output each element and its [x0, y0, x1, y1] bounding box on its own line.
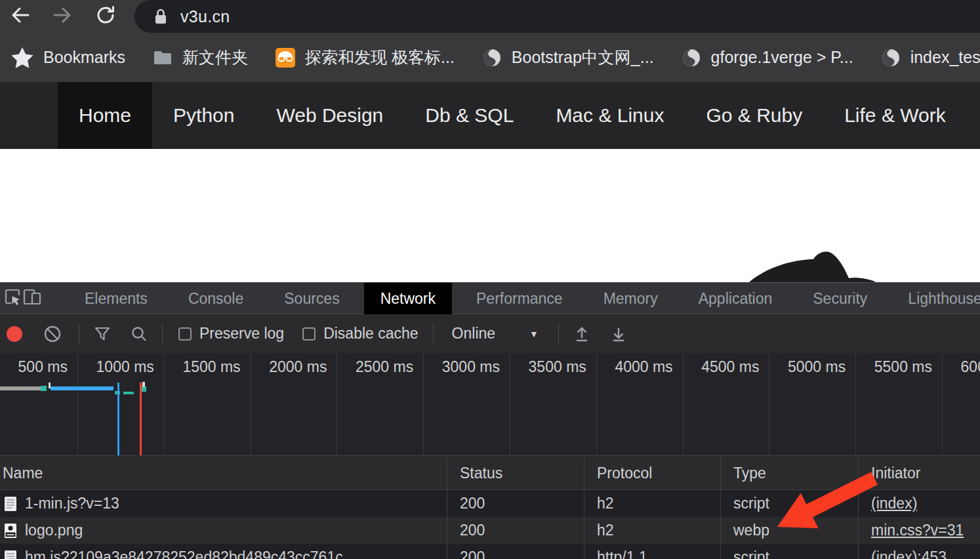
devtools-tab-console[interactable]: Console — [172, 283, 260, 314]
disable-cache-checkbox[interactable] — [302, 327, 316, 341]
address-bar[interactable]: v3u.cn — [134, 0, 980, 33]
request-name: logo.png — [25, 517, 83, 544]
network-overview-timeline[interactable]: 500 ms1000 ms1500 ms2000 ms2500 ms3000 m… — [0, 353, 980, 456]
column-header-protocol[interactable]: Protocol — [584, 456, 720, 490]
bookmark-label: Bootstrap中文网_... — [512, 47, 654, 68]
devtools-tab-memory[interactable]: Memory — [587, 283, 674, 314]
bookmark-label: index_test — [910, 48, 980, 67]
cell-protocol: h2 — [584, 517, 720, 544]
column-header-name[interactable]: Name — [0, 456, 447, 490]
bookmark-item[interactable]: Bootstrap中文网_... — [482, 47, 654, 68]
forward-button[interactable] — [51, 5, 73, 28]
timeline-grid-column: 5000 ms — [769, 353, 856, 456]
network-toolbar: Preserve log Disable cache Online ▼ — [0, 314, 980, 353]
nav-item-res[interactable]: Res — [967, 82, 980, 149]
timeline-grid-column: 3500 ms — [510, 353, 597, 456]
devtools-tab-security[interactable]: Security — [796, 283, 884, 314]
request-row[interactable]: logo.png200h2webpmin.css?v=31 — [0, 517, 980, 544]
nav-item-python[interactable]: Python — [152, 82, 255, 149]
inspect-cursor-icon — [3, 287, 22, 310]
reload-icon — [95, 5, 116, 28]
browser-window: v3u.cn Bookmarks 新文件夹探索和发现 极客标...Bootstr… — [0, 0, 980, 559]
devtools-tab-elements[interactable]: Elements — [68, 283, 164, 314]
bookmarks-bar: Bookmarks 新文件夹探索和发现 极客标...Bootstrap中文网_.… — [0, 33, 980, 82]
timeline-tick-label: 2500 ms — [356, 358, 413, 376]
globe-icon — [881, 48, 901, 68]
toolbar-separator — [558, 323, 559, 344]
devtools-tab-performance[interactable]: Performance — [460, 283, 579, 314]
page-content — [0, 149, 980, 282]
bookmark-item[interactable]: 探索和发现 极客标... — [276, 47, 455, 68]
disable-cache-label[interactable]: Disable cache — [323, 325, 418, 342]
back-button[interactable] — [9, 5, 31, 28]
device-toolbar-button[interactable] — [22, 285, 43, 312]
initiator-link[interactable]: (index) — [871, 495, 917, 512]
devtools-tabbar: ElementsConsoleSourcesNetworkPerformance… — [0, 283, 980, 314]
initiator-link[interactable]: (index):453 — [871, 549, 947, 559]
preserve-log-label[interactable]: Preserve log — [199, 325, 284, 342]
throttling-select[interactable]: Online — [452, 325, 495, 342]
globe-icon — [482, 48, 502, 68]
cell-status: 200 — [447, 490, 584, 517]
nav-item-home[interactable]: Home — [58, 82, 152, 149]
inspect-element-button[interactable] — [3, 285, 22, 312]
cell-initiator: (index):453 — [858, 544, 980, 559]
timeline-tick-label: 3500 ms — [529, 358, 586, 376]
nav-item-db-sql[interactable]: Db & SQL — [404, 82, 535, 149]
timeline-tick-label: 4000 ms — [615, 358, 672, 376]
filter-button[interactable] — [94, 325, 111, 342]
record-network-log-button[interactable] — [7, 326, 22, 342]
bookmark-label: 探索和发现 极客标... — [305, 47, 455, 68]
cell-type: script — [720, 490, 858, 517]
timeline-grid-column: 6000 ms — [943, 353, 980, 456]
devtools-tab-sources[interactable]: Sources — [268, 283, 356, 314]
initiator-link[interactable]: min.css?v=31 — [871, 522, 964, 539]
device-toolbar-icon — [22, 288, 43, 309]
request-row[interactable]: 1-min.js?v=13200h2script(index) — [0, 490, 980, 517]
nav-item-go-ruby[interactable]: Go & Ruby — [685, 82, 823, 149]
waterfall-bar-gray — [0, 386, 41, 390]
bookmark-star-icon[interactable] — [10, 47, 34, 69]
import-har-button[interactable] — [573, 325, 590, 343]
timeline-tick-label: 2000 ms — [269, 358, 327, 376]
devtools-tab-application[interactable]: Application — [682, 283, 789, 314]
site-navbar: HomePythonWeb DesignDb & SQLMac & LinuxG… — [0, 82, 980, 149]
devtools-tab-network[interactable]: Network — [364, 283, 452, 314]
column-header-type[interactable]: Type — [720, 456, 858, 490]
column-header-initiator[interactable]: Initiator — [858, 456, 980, 490]
column-separator[interactable] — [447, 456, 447, 559]
bookmark-item[interactable]: gforge.1verge > P... — [682, 48, 853, 68]
nav-item-mac-linux[interactable]: Mac & Linux — [535, 82, 685, 149]
bookmarks-label[interactable]: Bookmarks — [43, 48, 125, 67]
devtools-tab-lighthouse[interactable]: Lighthouse — [891, 283, 980, 314]
request-name: hm.js?2109a3e84278252ed82bd489c43cc761c — [25, 544, 343, 559]
column-header-status[interactable]: Status — [447, 456, 584, 490]
timeline-grid-column: 500 ms — [0, 353, 78, 456]
export-har-button[interactable] — [610, 325, 627, 343]
timeline-grid-column: 1500 ms — [165, 353, 251, 456]
reload-button[interactable] — [94, 5, 117, 28]
lock-icon[interactable] — [152, 7, 170, 26]
bookmark-item[interactable]: index_test — [881, 48, 980, 68]
nav-item-life-work[interactable]: Life & Work — [823, 82, 967, 149]
url-text[interactable]: v3u.cn — [180, 7, 230, 26]
clear-network-log-button[interactable] — [43, 325, 62, 343]
back-arrow-icon — [9, 4, 31, 29]
search-button[interactable] — [131, 325, 148, 342]
column-separator[interactable] — [720, 456, 721, 559]
preserve-log-checkbox[interactable] — [178, 327, 192, 341]
bookmark-item[interactable]: 新文件夹 — [153, 47, 248, 68]
cell-type: script — [720, 544, 858, 559]
column-separator[interactable] — [584, 456, 584, 559]
cell-protocol: http/1.1 — [584, 544, 720, 559]
cell-protocol: h2 — [584, 490, 720, 517]
cell-name[interactable]: hm.js?2109a3e84278252ed82bd489c43cc761c — [0, 544, 447, 559]
chevron-down-icon[interactable]: ▼ — [529, 329, 539, 339]
cell-name[interactable]: 1-min.js?v=13 — [0, 490, 447, 517]
cell-name[interactable]: logo.png — [0, 517, 447, 544]
request-row[interactable]: hm.js?2109a3e84278252ed82bd489c43cc761c2… — [0, 544, 980, 559]
nav-item-web-design[interactable]: Web Design — [255, 82, 404, 149]
folder-icon — [153, 49, 173, 66]
column-separator[interactable] — [858, 456, 859, 559]
waterfall-dash-teal — [123, 392, 134, 394]
